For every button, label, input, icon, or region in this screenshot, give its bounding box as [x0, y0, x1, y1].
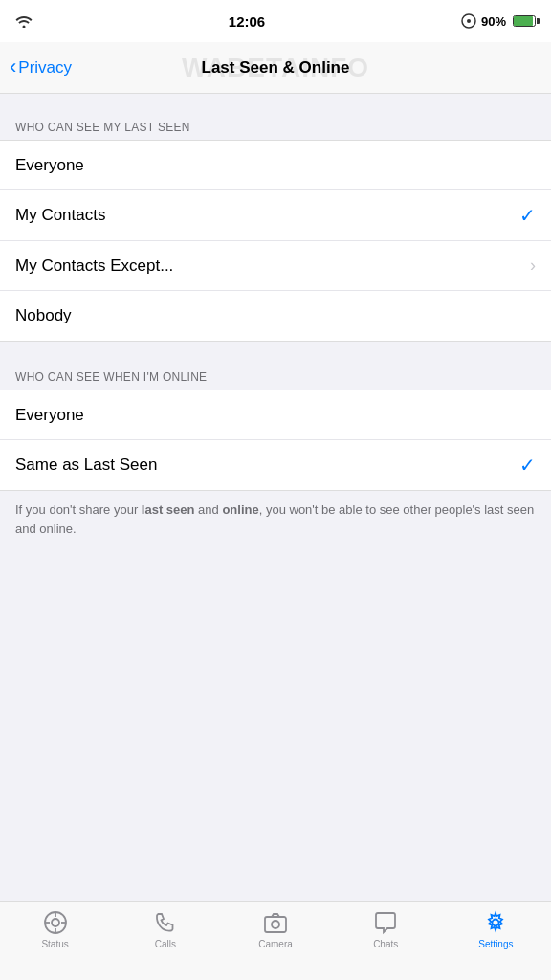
- everyone-online-label: Everyone: [15, 406, 84, 425]
- tab-settings-label: Settings: [478, 939, 513, 949]
- last-seen-section: WHO CAN SEE MY LAST SEEN Everyone My Con…: [0, 113, 551, 342]
- online-items: Everyone Same as Last Seen ✓: [0, 390, 551, 491]
- settings-icon: [482, 909, 509, 936]
- tab-settings[interactable]: Settings: [441, 909, 551, 949]
- my-contacts-last-label: My Contacts: [15, 206, 105, 225]
- tab-chats[interactable]: Chats: [331, 909, 441, 949]
- tab-camera-label: Camera: [258, 939, 293, 949]
- status-bar-right: 90%: [461, 13, 536, 29]
- everyone-last-label: Everyone: [15, 156, 84, 175]
- chats-icon: [372, 909, 399, 936]
- online-section-header: WHO CAN SEE WHEN I'M ONLINE: [0, 363, 551, 390]
- list-item-everyone-last[interactable]: Everyone: [0, 141, 551, 190]
- svg-point-11: [493, 920, 499, 926]
- tab-calls[interactable]: Calls: [110, 909, 220, 949]
- battery-percent: 90%: [481, 14, 506, 29]
- back-label: Privacy: [18, 58, 72, 78]
- status-bar: 12:06 90%: [0, 0, 551, 42]
- section-gap-1: [0, 342, 551, 363]
- info-text: If you don't share your last seen and on…: [0, 491, 551, 547]
- same-as-last-seen-check: ✓: [519, 454, 536, 477]
- my-contacts-last-check: ✓: [519, 204, 536, 227]
- list-item-same-as-last-seen[interactable]: Same as Last Seen ✓: [0, 440, 551, 490]
- nav-title: Last Seen & Online: [202, 58, 350, 78]
- nobody-last-label: Nobody: [15, 306, 72, 325]
- back-button[interactable]: ‹ Privacy: [10, 57, 72, 78]
- tab-chats-label: Chats: [373, 939, 398, 949]
- wifi-icon: [15, 15, 33, 28]
- svg-point-2: [467, 19, 471, 23]
- nav-bar: ‹ Privacy Last Seen & Online WABETAINFO: [0, 42, 551, 94]
- svg-point-4: [52, 919, 59, 926]
- back-chevron-icon: ‹: [10, 56, 16, 78]
- status-time: 12:06: [229, 13, 265, 30]
- tab-camera[interactable]: Camera: [220, 909, 330, 949]
- last-seen-items: Everyone My Contacts ✓ My Contacts Excep…: [0, 140, 551, 342]
- svg-point-0: [23, 25, 26, 28]
- tab-calls-label: Calls: [155, 939, 176, 949]
- tab-status-label: Status: [41, 939, 68, 949]
- battery-fill: [514, 16, 533, 26]
- battery-icon: [513, 15, 536, 27]
- status-icon: [42, 909, 69, 936]
- list-item-my-contacts-last[interactable]: My Contacts ✓: [0, 190, 551, 241]
- last-seen-section-header: WHO CAN SEE MY LAST SEEN: [0, 113, 551, 140]
- status-bar-left: [15, 15, 33, 28]
- list-item-nobody-last[interactable]: Nobody: [0, 291, 551, 341]
- tab-status[interactable]: Status: [0, 909, 110, 949]
- location-icon: [461, 13, 476, 29]
- tab-bar: Status Calls Camera Chats Settings: [0, 901, 551, 980]
- online-section: WHO CAN SEE WHEN I'M ONLINE Everyone Sam…: [0, 363, 551, 491]
- same-as-last-seen-label: Same as Last Seen: [15, 456, 157, 475]
- svg-point-10: [272, 921, 279, 928]
- contacts-except-chevron-icon: ›: [530, 256, 536, 276]
- content-area: WHO CAN SEE MY LAST SEEN Everyone My Con…: [0, 94, 551, 901]
- calls-icon: [152, 909, 179, 936]
- list-item-contacts-except-last[interactable]: My Contacts Except... ›: [0, 241, 551, 291]
- contacts-except-last-label: My Contacts Except...: [15, 256, 173, 276]
- list-item-everyone-online[interactable]: Everyone: [0, 390, 551, 440]
- camera-icon: [262, 909, 289, 936]
- svg-rect-9: [265, 917, 286, 932]
